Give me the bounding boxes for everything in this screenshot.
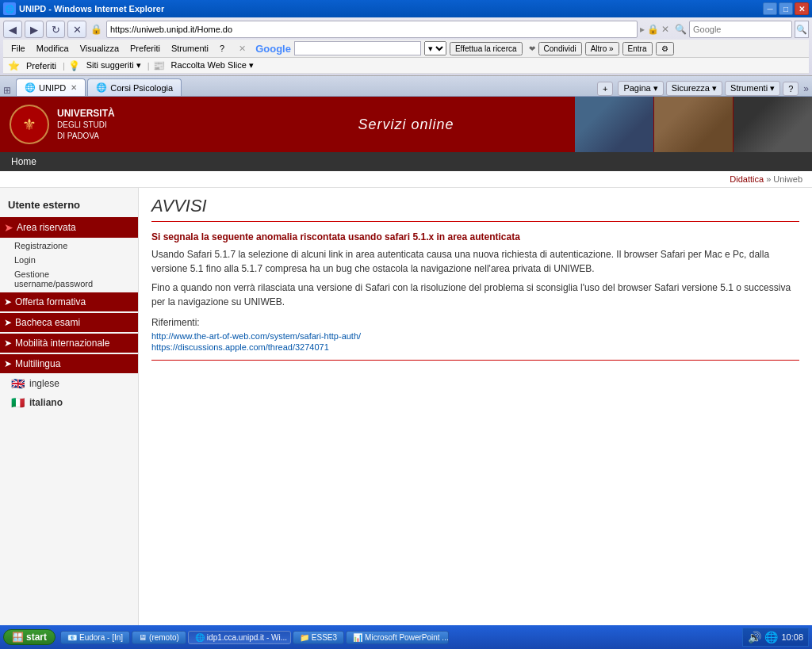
menu-separator: ✕ — [239, 44, 246, 54]
lang-inglese[interactable]: 🇬🇧 inglese — [0, 374, 138, 393]
search-dropdown[interactable]: ▾ — [424, 41, 446, 55]
condividi-icon: ❤ — [529, 44, 535, 53]
close-button[interactable]: ✕ — [795, 2, 809, 15]
eudora-label: Eudora - [In] — [79, 633, 123, 642]
taskbar-item-remoto[interactable]: 🖥 (remoto) — [132, 631, 186, 644]
forward-button[interactable]: ▶ — [25, 21, 44, 38]
sidebar-section-label-offerta: Offerta formativa — [15, 296, 86, 307]
maximize-button[interactable]: □ — [779, 2, 793, 15]
preferiti-btn[interactable]: Preferiti — [23, 60, 59, 71]
arrow-icon-offerta: ➤ — [4, 296, 12, 307]
browser-content: ⚜ UNIVERSITÀ DEGLI STUDI DI PADOVA Servi… — [0, 97, 812, 643]
google-bar: Google ▾ Effettua la ricerca ❤ Condividi… — [255, 41, 673, 55]
strumenti-btn[interactable]: Strumenti ▾ — [725, 81, 780, 96]
security-badge: 🔒 — [647, 24, 659, 35]
menu-modifica[interactable]: Modifica — [32, 42, 74, 55]
header-photos — [574, 97, 812, 152]
help-btn[interactable]: ? — [783, 82, 799, 96]
warning-body1: Usando Safari 5.1.7 la selezione di alcu… — [151, 247, 799, 276]
search-input[interactable] — [689, 21, 792, 38]
taskbar-item-browser[interactable]: 🌐 idp1.cca.unipd.it - Wi... — [188, 631, 291, 644]
expand-icon: » — [803, 83, 809, 94]
sidebar-section-mobilita[interactable]: ➤ Mobilità internazionale — [0, 334, 138, 353]
altro-btn[interactable]: Altro » — [585, 42, 619, 55]
start-button[interactable]: 🪟 start — [3, 629, 56, 645]
add-icon: ▸ — [640, 24, 645, 35]
tab-unipd-icon: 🌐 — [25, 82, 36, 93]
tab-corsi-icon: 🌐 — [96, 82, 107, 93]
warning-text: Si segnala la seguente anomalia risconta… — [151, 230, 799, 309]
sidebar-link-gestione[interactable]: Gestione username/password — [0, 267, 138, 291]
sidebar-section-multilingua[interactable]: ➤ Multilingua — [0, 354, 138, 373]
content-area: AVVISI Si segnala la seguente anomalia r… — [139, 188, 812, 626]
esse3-icon: 📁 — [300, 633, 309, 642]
arrow-icon-mobilita: ➤ — [4, 338, 12, 349]
warning-heading: Si segnala la seguente anomalia risconta… — [151, 230, 799, 244]
menu-help[interactable]: ? — [215, 42, 229, 55]
header-photo-3 — [733, 97, 812, 152]
taskbar-item-eudora[interactable]: 📧 Eudora - [In] — [60, 631, 130, 644]
google-label: Google — [255, 43, 291, 55]
ref-link-1[interactable]: http://www.the-art-of-web.com/system/saf… — [151, 331, 799, 341]
breadcrumb-current: Uniweb — [773, 174, 802, 184]
header-photo-1 — [574, 97, 653, 152]
tab-corsi-label: Corsi Psicologia — [110, 83, 173, 93]
remoto-label: (remoto) — [149, 633, 179, 642]
sidebar-section-offerta[interactable]: ➤ Offerta formativa — [0, 292, 138, 311]
tab-grid-btn[interactable]: ⊞ — [3, 85, 11, 96]
pagina-btn[interactable]: Pagina ▾ — [618, 81, 663, 96]
raccolta-btn[interactable]: Raccolta Web Slice ▾ — [168, 59, 257, 71]
menu-visualizza[interactable]: Visualizza — [75, 42, 124, 55]
effettua-ricerca-btn[interactable]: Effettua la ricerca — [450, 42, 523, 55]
taskbar-item-powerpoint[interactable]: 📊 Microsoft PowerPoint ... — [346, 631, 449, 644]
breadcrumb-didattica[interactable]: Didattica — [730, 174, 764, 184]
university-name: UNIVERSITÀ DEGLI STUDI DI PADOVA — [57, 107, 115, 143]
search-submit-button[interactable]: 🔍 — [795, 21, 809, 38]
siti-suggeriti-btn[interactable]: Siti suggeriti ▾ — [83, 59, 144, 71]
breadcrumb-separator: » — [766, 174, 771, 184]
siti-icon: 💡 — [68, 60, 80, 71]
stop-button[interactable]: ✕ — [67, 21, 86, 38]
tab-corsi[interactable]: 🌐 Corsi Psicologia — [87, 78, 182, 96]
sidebar-link-login[interactable]: Login — [0, 253, 138, 267]
tab-unipd[interactable]: 🌐 UNIPD ✕ — [16, 78, 86, 96]
ref-link-2[interactable]: https://discussions.apple.com/thread/327… — [151, 342, 799, 352]
back-button[interactable]: ◀ — [3, 21, 22, 38]
tab-bar-buttons: + Pagina ▾ Sicurezza ▾ Strumenti ▾ ? » — [597, 81, 809, 96]
title-bar-title: UNIPD - Windows Internet Explorer — [19, 4, 763, 13]
menu-file[interactable]: File — [6, 42, 30, 55]
tab-new-btn[interactable]: + — [597, 82, 613, 96]
sidebar-section-label-area-riservata: Area riservata — [17, 222, 76, 233]
title-bar-controls: ─ □ ✕ — [763, 2, 809, 15]
browser-label: idp1.cca.unipd.it - Wi... — [207, 633, 287, 642]
title-bar: 🌐 UNIPD - Windows Internet Explorer ─ □ … — [0, 0, 812, 17]
lang-italiano[interactable]: 🇮🇹 italiano — [0, 393, 138, 412]
esse3-label: ESSE3 — [312, 633, 337, 642]
sidebar-section-label-multilingua: Multilingua — [15, 358, 60, 369]
refresh-icon2: ✕ — [661, 24, 669, 35]
taskbar-item-esse3[interactable]: 📁 ESSE3 — [293, 631, 344, 644]
menu-preferiti[interactable]: Preferiti — [125, 42, 165, 55]
nav-bar: ◀ ▶ ↻ ✕ 🔒 ▸ 🔒 ✕ 🔍 🔍 — [3, 19, 809, 40]
tab-unipd-close[interactable]: ✕ — [71, 83, 77, 92]
minimize-button[interactable]: ─ — [763, 2, 777, 15]
sidebar-section-bacheca[interactable]: ➤ Bacheca esami — [0, 313, 138, 332]
remoto-icon: 🖥 — [139, 633, 147, 642]
menu-extra-btn[interactable]: ⚙ — [656, 42, 674, 55]
search-icon: 🔍 — [675, 24, 687, 35]
address-bar[interactable] — [106, 21, 638, 38]
warning-body2: Fino a quando non verrà rilasciata una v… — [151, 281, 799, 309]
sidebar-link-registrazione[interactable]: Registrazione — [0, 239, 138, 253]
sidebar-section-area-riservata[interactable]: ➤ Area riservata — [0, 217, 138, 238]
sicurezza-btn[interactable]: Sicurezza ▾ — [666, 81, 722, 96]
menu-strumenti[interactable]: Strumenti — [167, 42, 213, 55]
refresh-button[interactable]: ↻ — [46, 21, 65, 38]
google-search-input[interactable] — [294, 41, 421, 55]
entra-btn[interactable]: Entra — [622, 42, 653, 55]
eudora-icon: 📧 — [67, 633, 77, 642]
condividi-btn[interactable]: Condividi — [538, 42, 582, 55]
university-crest: ⚜ — [10, 105, 49, 144]
flag-it: 🇮🇹 — [11, 396, 25, 409]
favorites-bar: ⭐ Preferiti | 💡 Siti suggeriti ▾ | 📰 Rac… — [3, 58, 809, 74]
nav-home[interactable]: Home — [0, 152, 48, 171]
